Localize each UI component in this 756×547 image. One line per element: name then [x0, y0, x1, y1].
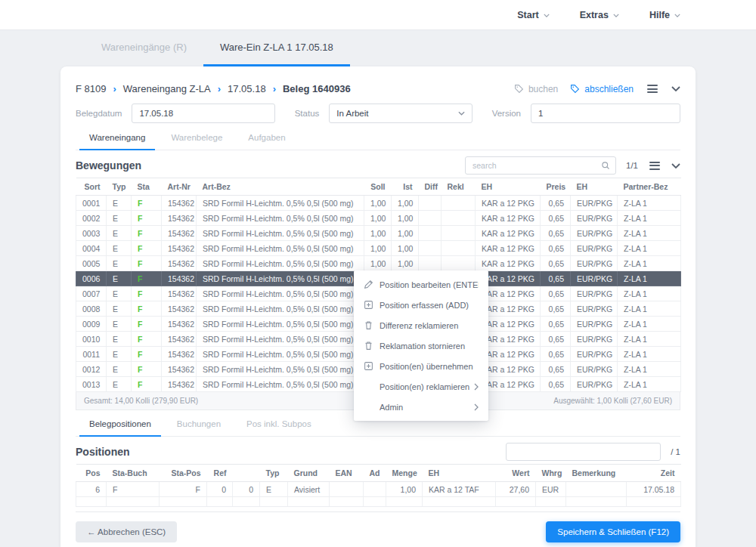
- column-header[interactable]: Typ: [260, 465, 288, 482]
- table-cell: 0006: [76, 271, 107, 286]
- tab-warenbelege[interactable]: Warenbelege: [161, 131, 232, 150]
- table-cell: 0012: [76, 362, 107, 377]
- column-header[interactable]: Art-Bez: [197, 178, 364, 196]
- hamburger-menu-icon[interactable]: [648, 160, 662, 172]
- table-cell: EUR/PKG: [571, 286, 618, 301]
- positionen-filter-input[interactable]: [506, 443, 661, 461]
- context-menu-item[interactable]: Reklamation stornieren: [354, 335, 488, 356]
- column-header[interactable]: EH: [476, 178, 541, 196]
- column-header[interactable]: Sta-Buch: [107, 465, 160, 482]
- table-cell: 0,65: [541, 301, 571, 317]
- column-header[interactable]: Wert: [496, 465, 536, 482]
- version-field[interactable]: 1: [531, 104, 680, 123]
- column-header[interactable]: Grund: [288, 465, 330, 482]
- tab-belegpositionen[interactable]: Belegpositionen: [79, 418, 161, 437]
- column-header[interactable]: [233, 465, 260, 482]
- table-cell: Z-LA 1: [618, 271, 681, 286]
- table-cell: 0: [233, 482, 260, 497]
- plus-square-icon: [364, 300, 380, 310]
- context-menu-item[interactable]: Position(en) reklamieren: [354, 376, 488, 397]
- column-header[interactable]: Ad: [364, 465, 386, 482]
- breadcrumb-wareneingang[interactable]: Wareneingang Z-LA: [123, 83, 211, 94]
- speichern-schliessen-button[interactable]: Speichern & Schließen (F12): [546, 521, 680, 542]
- menu-extras[interactable]: Extras: [580, 10, 619, 20]
- footer-button-bar: ← Abbrechen (ESC) Speichern & Schließen …: [76, 511, 680, 547]
- column-header[interactable]: Bemerkung: [566, 465, 627, 482]
- context-menu-item[interactable]: Position(en) übernehmen: [354, 356, 488, 376]
- breadcrumb-datum[interactable]: 17.05.18: [228, 83, 266, 94]
- tab-ware-ein-z-la[interactable]: Ware-Ein Z-LA 1 17.05.18: [203, 30, 350, 66]
- table-cell: Z-LA 1: [618, 301, 681, 317]
- table-cell: [419, 256, 442, 271]
- table-cell: EUR/PKG: [571, 211, 618, 226]
- context-menu-item[interactable]: Position bearbeiten (ENTER): [354, 274, 488, 295]
- column-header[interactable]: Menge: [386, 465, 423, 482]
- table-row[interactable]: 0001EF154362SRD Formil H-Leichtm. 0,5% 0…: [76, 196, 681, 211]
- column-header[interactable]: EH: [423, 465, 496, 482]
- column-header[interactable]: Whrg: [536, 465, 566, 482]
- table-cell: SRD Formil H-Leichtm. 0,5% 0,5l (500 mg): [197, 256, 364, 271]
- document-actions: buchen abschließen: [514, 83, 680, 94]
- context-menu-item-label: Admin: [380, 403, 474, 412]
- table-cell: EUR/PKG: [571, 317, 618, 332]
- column-header[interactable]: Rekl: [442, 178, 476, 196]
- table-cell: Z-LA 1: [618, 347, 681, 362]
- table-cell: E: [107, 241, 132, 256]
- table-row[interactable]: 0002EF154362SRD Formil H-Leichtm. 0,5% 0…: [76, 211, 681, 226]
- collapse-chevron-icon[interactable]: [671, 163, 680, 168]
- table-cell: [419, 196, 442, 211]
- table-cell: 0004: [76, 241, 107, 256]
- column-header[interactable]: EAN: [330, 465, 364, 482]
- column-header[interactable]: Sta: [132, 178, 162, 196]
- column-header[interactable]: Typ: [107, 178, 132, 196]
- menu-start[interactable]: Start: [517, 10, 549, 20]
- status-select[interactable]: In Arbeit: [329, 104, 472, 123]
- column-header[interactable]: Ist: [392, 178, 419, 196]
- context-menu-item[interactable]: Admin: [354, 397, 488, 417]
- tab-buchungen[interactable]: Buchungen: [167, 418, 231, 437]
- breadcrumb-filiale[interactable]: F 8109: [76, 83, 106, 94]
- tab-aufgaben[interactable]: Aufgaben: [238, 131, 295, 150]
- table-row[interactable]: 0005EF154362SRD Formil H-Leichtm. 0,5% 0…: [76, 256, 681, 271]
- table-row[interactable]: 6FF00EAvisiert1,00KAR a 12 TAF27,60EUR17…: [76, 482, 681, 497]
- collapse-chevron-icon[interactable]: [671, 86, 680, 91]
- column-header[interactable]: Sta-Pos: [160, 465, 207, 482]
- table-cell: 154362: [162, 271, 197, 286]
- table-cell: E: [107, 377, 132, 392]
- column-header[interactable]: Ref: [207, 465, 233, 482]
- table-cell: 154362: [162, 226, 197, 241]
- table-row[interactable]: 0004EF154362SRD Formil H-Leichtm. 0,5% 0…: [76, 241, 681, 256]
- column-header[interactable]: Art-Nr: [162, 178, 197, 196]
- tab-pos-inkl-subpos[interactable]: Pos inkl. Subpos: [237, 418, 321, 437]
- window-tab-bar: Wareneingänge (R) Ware-Ein Z-LA 1 17.05.…: [0, 30, 756, 66]
- table-cell: F: [107, 482, 160, 497]
- hamburger-menu-icon[interactable]: [646, 83, 659, 94]
- buchen-button[interactable]: buchen: [514, 84, 558, 94]
- table-cell: 1,00: [392, 256, 419, 271]
- context-menu-item-label: Position(en) reklamieren: [380, 382, 474, 391]
- table-cell: SRD Formil H-Leichtm. 0,5% 0,5l (500 mg): [197, 226, 364, 241]
- table-row[interactable]: 0003EF154362SRD Formil H-Leichtm. 0,5% 0…: [76, 226, 681, 241]
- abschliessen-button[interactable]: abschließen: [570, 84, 634, 94]
- column-header[interactable]: Partner-Bez: [618, 178, 681, 196]
- context-menu-item[interactable]: Position erfassen (ADD): [354, 295, 488, 315]
- tab-wareneingaenge[interactable]: Wareneingänge (R): [85, 30, 203, 66]
- column-header[interactable]: Soll: [364, 178, 392, 196]
- buchen-label: buchen: [528, 84, 558, 94]
- tab-wareneingang[interactable]: Wareneingang: [79, 131, 155, 150]
- search-input[interactable]: [465, 156, 616, 175]
- column-header[interactable]: Zeit: [627, 465, 681, 482]
- table-cell: 0,65: [541, 377, 571, 392]
- column-header[interactable]: Pos: [76, 465, 107, 482]
- table-cell: [442, 256, 476, 271]
- column-header[interactable]: Diff: [419, 178, 442, 196]
- column-header[interactable]: Sort: [76, 178, 107, 196]
- belegdatum-field[interactable]: 17.05.18: [132, 104, 275, 123]
- chevron-right-icon: [474, 383, 479, 391]
- column-header[interactable]: EH: [571, 178, 618, 196]
- menu-hilfe[interactable]: Hilfe: [649, 10, 680, 20]
- context-menu-item[interactable]: Differenz reklamieren: [354, 315, 488, 335]
- positionen-title: Positionen: [76, 446, 130, 458]
- column-header[interactable]: Preis: [541, 178, 571, 196]
- abbrechen-button[interactable]: ← Abbrechen (ESC): [76, 521, 177, 542]
